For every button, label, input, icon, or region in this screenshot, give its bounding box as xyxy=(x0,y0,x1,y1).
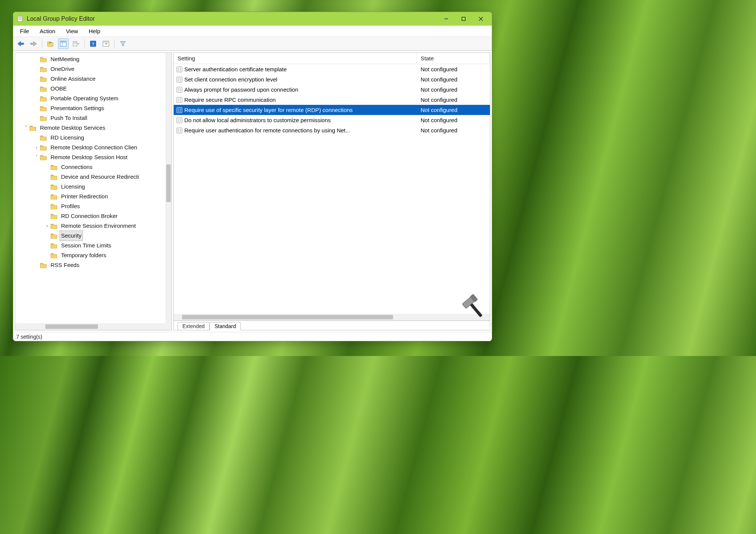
tree-node[interactable]: NetMeeting xyxy=(15,54,171,64)
list-pane: Setting State Server authentication cert… xyxy=(173,52,490,330)
tree-node[interactable]: RD Licensing xyxy=(15,133,171,143)
svg-rect-47 xyxy=(177,97,182,103)
tree-node[interactable]: Profiles xyxy=(15,201,171,211)
status-bar: 7 setting(s) xyxy=(13,332,492,341)
title-bar[interactable]: Local Group Policy Editor xyxy=(13,12,492,26)
setting-state: Not configured xyxy=(417,107,490,113)
tree-node-label: Profiles xyxy=(60,201,81,212)
setting-row[interactable]: Require use of specific security layer f… xyxy=(174,105,490,115)
tree-node[interactable]: OneDrive xyxy=(15,64,171,74)
tree-node-label: Remote Desktop Services xyxy=(38,123,107,133)
tree-node[interactable]: Security xyxy=(15,231,171,241)
tree-node-label: Security xyxy=(60,230,83,241)
tree-node-label: Temporary folders xyxy=(60,250,108,261)
minimize-button[interactable] xyxy=(438,13,455,25)
tree-scroll: NetMeetingOneDriveOnline AssistanceOOBEP… xyxy=(15,53,171,323)
expand-toggle-icon[interactable]: ˅ xyxy=(23,123,29,133)
folder-icon xyxy=(40,66,47,72)
setting-name: Require use of specific security layer f… xyxy=(184,107,417,113)
menu-action[interactable]: Action xyxy=(35,26,60,36)
svg-rect-33 xyxy=(177,77,182,82)
tree-node[interactable]: RD Connection Broker xyxy=(15,211,171,221)
tree-node[interactable]: Printer Redirection xyxy=(15,192,171,201)
tree-node[interactable]: Session Time Limits xyxy=(15,241,171,250)
help-button[interactable]: ? xyxy=(88,38,98,49)
tree-node[interactable]: ˅Remote Desktop Services xyxy=(15,123,171,133)
settings-list: Server authentication certificate templa… xyxy=(174,64,490,314)
folder-icon xyxy=(40,56,47,62)
setting-state: Not configured xyxy=(417,76,490,83)
tree-node-label: Remote Session Environment xyxy=(60,221,137,231)
tree-node[interactable]: ˅Remote Desktop Session Host xyxy=(15,152,171,162)
console-button[interactable] xyxy=(101,38,111,49)
expand-toggle-icon[interactable]: › xyxy=(44,221,51,231)
tree-node[interactable]: Connections xyxy=(15,162,171,172)
scrollbar-thumb[interactable] xyxy=(182,315,393,319)
svg-rect-26 xyxy=(177,67,182,72)
folder-icon xyxy=(40,135,47,141)
export-list-button[interactable] xyxy=(71,38,81,49)
policy-icon xyxy=(175,66,184,72)
filter-button[interactable] xyxy=(118,38,128,49)
tree-node-label: Remote Desktop Session Host xyxy=(49,152,129,163)
menu-help[interactable]: Help xyxy=(84,26,105,36)
column-state[interactable]: State xyxy=(417,53,490,64)
tree-node[interactable]: RSS Feeds xyxy=(15,260,171,270)
svg-marker-25 xyxy=(120,41,125,46)
setting-row[interactable]: Do not allow local administrators to cus… xyxy=(174,115,490,125)
up-folder-button[interactable] xyxy=(45,38,56,49)
back-button[interactable] xyxy=(15,38,26,49)
folder-icon xyxy=(51,174,57,180)
tree-node[interactable]: Licensing xyxy=(15,182,171,192)
detail-view-button[interactable] xyxy=(58,38,69,49)
setting-row[interactable]: Server authentication certificate templa… xyxy=(174,64,490,74)
setting-row[interactable]: Always prompt for password upon connecti… xyxy=(174,84,490,95)
tab-extended[interactable]: Extended xyxy=(178,322,210,330)
column-setting[interactable]: Setting xyxy=(174,53,417,64)
tree-vertical-scrollbar[interactable] xyxy=(165,53,171,323)
tree-node[interactable]: Presentation Settings xyxy=(15,103,171,113)
menu-file[interactable]: File xyxy=(15,26,34,36)
list-horizontal-scrollbar[interactable] xyxy=(174,314,490,321)
expand-toggle-icon[interactable]: › xyxy=(33,143,40,152)
setting-name: Always prompt for password upon connecti… xyxy=(184,86,417,93)
tree-node-label: OneDrive xyxy=(49,64,76,74)
tree-node[interactable]: ›Remote Desktop Connection Clien xyxy=(15,143,171,152)
folder-icon xyxy=(40,105,47,111)
setting-row[interactable]: Set client connection encryption levelNo… xyxy=(174,74,490,84)
setting-name: Do not allow local administrators to cus… xyxy=(184,117,417,123)
close-button[interactable] xyxy=(472,13,490,25)
scrollbar-thumb[interactable] xyxy=(45,324,98,329)
tree-node[interactable]: Push To Install xyxy=(15,113,171,123)
tree-node-label: NetMeeting xyxy=(49,54,81,64)
tree-node-label: Remote Desktop Connection Clien xyxy=(49,142,139,153)
tree-node[interactable]: OOBE xyxy=(15,84,171,94)
tree-node[interactable]: Temporary folders xyxy=(15,250,171,260)
tree-node-label: Printer Redirection xyxy=(60,191,109,202)
folder-icon xyxy=(51,193,57,199)
svg-rect-23 xyxy=(103,41,109,43)
expand-toggle-icon[interactable]: ˅ xyxy=(33,152,40,162)
tree-node[interactable]: Device and Resource Redirecti xyxy=(15,172,171,182)
tree-node-label: OOBE xyxy=(49,83,68,94)
toolbar-separator xyxy=(42,39,42,48)
forward-button[interactable] xyxy=(28,38,39,49)
policy-icon xyxy=(175,117,184,123)
setting-row[interactable]: Require secure RPC communicationNot conf… xyxy=(174,95,490,105)
tree-node[interactable]: ›Remote Session Environment xyxy=(15,221,171,231)
maximize-button[interactable] xyxy=(455,13,472,25)
setting-row[interactable]: Require user authentication for remote c… xyxy=(174,125,490,135)
svg-rect-5 xyxy=(462,17,465,21)
setting-state: Not configured xyxy=(417,86,490,93)
folder-icon xyxy=(51,164,57,170)
tree-horizontal-scrollbar[interactable] xyxy=(15,323,171,330)
tree-node-label: Push To Install xyxy=(49,113,89,123)
scrollbar-thumb[interactable] xyxy=(166,164,171,202)
tab-standard[interactable]: Standard xyxy=(210,322,241,330)
tree-node[interactable]: Portable Operating System xyxy=(15,94,171,103)
tree-node[interactable]: Online Assistance xyxy=(15,74,171,84)
folder-icon xyxy=(40,115,47,121)
menu-view[interactable]: View xyxy=(61,26,83,36)
tree-node-label: Portable Operating System xyxy=(49,93,120,104)
window-title: Local Group Policy Editor xyxy=(27,15,95,22)
